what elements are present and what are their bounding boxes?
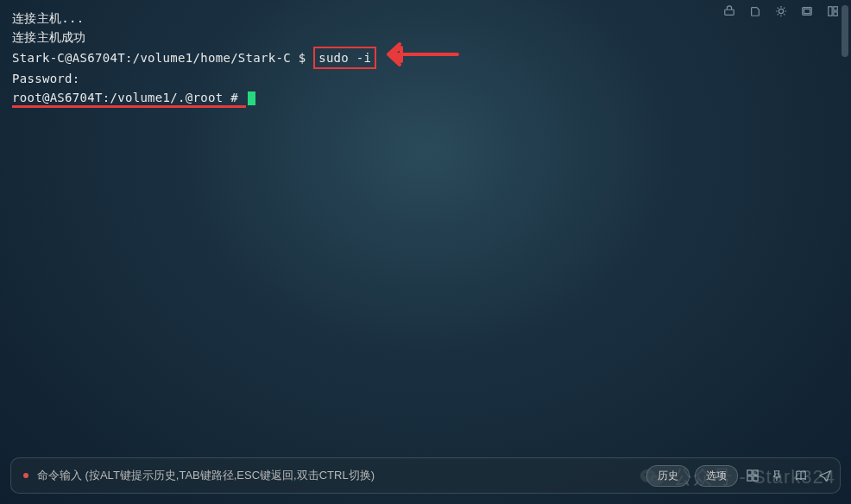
- prompt-user: Stark-C@AS6704T:/volume1/home/Stark-C $: [12, 51, 313, 65]
- bottom-icon-group: [747, 469, 831, 482]
- terminal-line: Stark-C@AS6704T:/volume1/home/Stark-C $ …: [12, 47, 839, 69]
- top-toolbar: [723, 5, 839, 21]
- tool-icon[interactable]: [801, 5, 813, 21]
- svg-rect-15: [747, 476, 752, 481]
- pin-icon[interactable]: [771, 469, 783, 482]
- svg-point-1: [779, 9, 783, 13]
- svg-rect-4: [829, 7, 832, 16]
- svg-rect-0: [725, 9, 734, 15]
- cursor-block: [248, 91, 255, 105]
- terminal-line: 连接主机成功: [12, 28, 839, 47]
- tool-icon[interactable]: [749, 5, 761, 21]
- tool-icon[interactable]: [775, 5, 787, 21]
- root-prompt: root@AS6704T:/volume1/.@root #: [12, 91, 246, 108]
- terminal-line: root@AS6704T:/volume1/.@root #: [12, 88, 839, 107]
- book-icon[interactable]: [795, 469, 807, 482]
- command-input-bar: 命令输入 (按ALT键提示历史,TAB键路径,ESC键返回,双击CTRL切换) …: [10, 457, 841, 494]
- tool-icon[interactable]: [723, 5, 735, 21]
- svg-rect-13: [747, 470, 752, 475]
- highlighted-command: sudo -i: [313, 47, 376, 69]
- svg-rect-3: [804, 9, 810, 13]
- svg-rect-16: [753, 476, 758, 481]
- history-button[interactable]: 历史: [646, 465, 690, 487]
- status-indicator-icon: [23, 473, 28, 478]
- tool-icon[interactable]: [827, 5, 839, 21]
- grid-icon[interactable]: [747, 469, 759, 482]
- svg-rect-14: [753, 470, 758, 475]
- svg-rect-6: [834, 12, 837, 16]
- terminal-line: 连接主机...: [12, 9, 839, 28]
- svg-rect-5: [834, 7, 837, 10]
- options-button[interactable]: 选项: [695, 465, 738, 487]
- send-icon[interactable]: [819, 469, 831, 482]
- terminal-line: Password:: [12, 69, 839, 88]
- scrollbar[interactable]: [842, 5, 848, 57]
- command-input[interactable]: 命令输入 (按ALT键提示历史,TAB键路径,ESC键返回,双击CTRL切换): [37, 468, 641, 483]
